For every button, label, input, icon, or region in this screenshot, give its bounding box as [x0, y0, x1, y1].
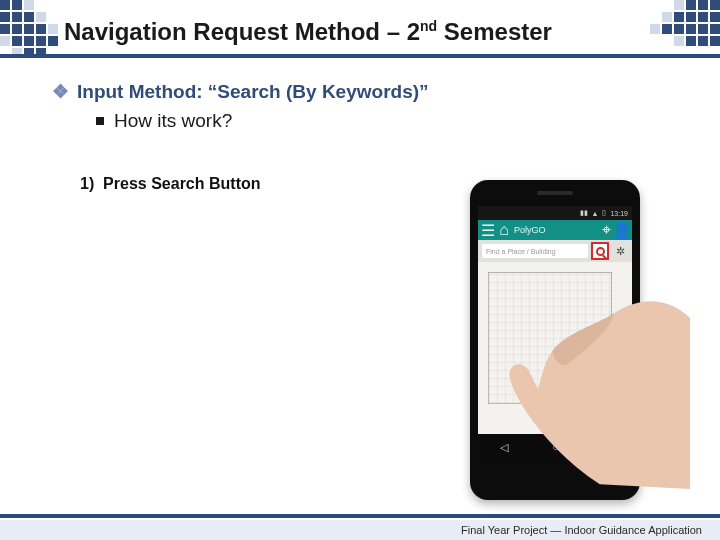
- bullet-how-it-works-label: How its work?: [114, 110, 232, 131]
- wifi-icon: ▲: [592, 210, 599, 217]
- back-icon[interactable]: ◁: [500, 441, 508, 454]
- android-navbar: ◁ ○ □: [478, 434, 632, 460]
- step-1-label: 1) Press Search Button: [80, 175, 261, 192]
- bubble-line1: Destination: [540, 409, 570, 415]
- diamond-bullet-icon: ❖: [52, 81, 69, 102]
- status-time: 13:19: [610, 210, 628, 217]
- home-icon[interactable]: ○: [552, 441, 559, 453]
- battery-icon: ▯: [602, 209, 606, 217]
- destination-bubble: Destination Not Found!: [533, 405, 577, 426]
- recent-icon[interactable]: □: [603, 441, 610, 453]
- search-input[interactable]: Find a Place / Building: [482, 244, 588, 258]
- search-button[interactable]: [592, 243, 608, 259]
- map-view[interactable]: ＋ 💬 Destination Not Found!: [478, 262, 632, 434]
- title-sup: nd: [420, 18, 437, 34]
- zoom-in-button[interactable]: ＋: [612, 388, 628, 404]
- bullet-input-method: ❖Input Method: “Search (By Keywords)”: [52, 80, 429, 103]
- phone-speaker: [537, 191, 573, 195]
- footer-bar: Final Year Project — Indoor Guidance App…: [0, 520, 720, 540]
- app-bar: ☰ ⌂ PolyGO ⌖ 👤: [478, 220, 632, 240]
- corner-deco-left: [0, 0, 70, 58]
- square-bullet-icon: [96, 117, 104, 125]
- bullet-input-method-label: Input Method: “Search (By Keywords)”: [77, 81, 429, 102]
- title-underline: [0, 54, 720, 58]
- search-row: Find a Place / Building ✲: [478, 240, 632, 262]
- step-1: 1) Press Search Button: [80, 175, 261, 193]
- bullet-how-it-works: How its work?: [96, 110, 232, 132]
- gear-icon: ✲: [616, 245, 625, 258]
- search-icon: [596, 247, 605, 256]
- phone-screen: ▮▮ ▲ ▯ 13:19 ☰ ⌂ PolyGO ⌖ 👤 Find a Place…: [478, 206, 632, 460]
- settings-button[interactable]: ✲: [612, 243, 628, 259]
- phone-illustration: ▮▮ ▲ ▯ 13:19 ☰ ⌂ PolyGO ⌖ 👤 Find a Place…: [460, 180, 660, 510]
- slide-title: Navigation Request Method – 2nd Semester: [64, 18, 552, 46]
- bubble-line2: Not Found!: [540, 415, 570, 421]
- voice-fab[interactable]: 💬: [610, 410, 628, 428]
- title-tail: Semester: [437, 18, 552, 45]
- title-main: Navigation Request Method – 2: [64, 18, 420, 45]
- speech-icon: 💬: [611, 413, 627, 426]
- app-logo-icon: ⌂: [498, 224, 510, 236]
- floorplan-outline: [488, 272, 612, 404]
- footer-rule: [0, 514, 720, 518]
- app-title: PolyGO: [514, 225, 596, 235]
- phone-frame: ▮▮ ▲ ▯ 13:19 ☰ ⌂ PolyGO ⌖ 👤 Find a Place…: [470, 180, 640, 500]
- status-bar: ▮▮ ▲ ▯ 13:19: [478, 206, 632, 220]
- corner-deco-right: [650, 0, 720, 46]
- menu-icon[interactable]: ☰: [482, 224, 494, 236]
- location-icon[interactable]: ⌖: [600, 224, 612, 236]
- user-icon[interactable]: 👤: [616, 224, 628, 236]
- signal-icon: ▮▮: [580, 209, 588, 217]
- footer-text: Final Year Project — Indoor Guidance App…: [461, 524, 702, 536]
